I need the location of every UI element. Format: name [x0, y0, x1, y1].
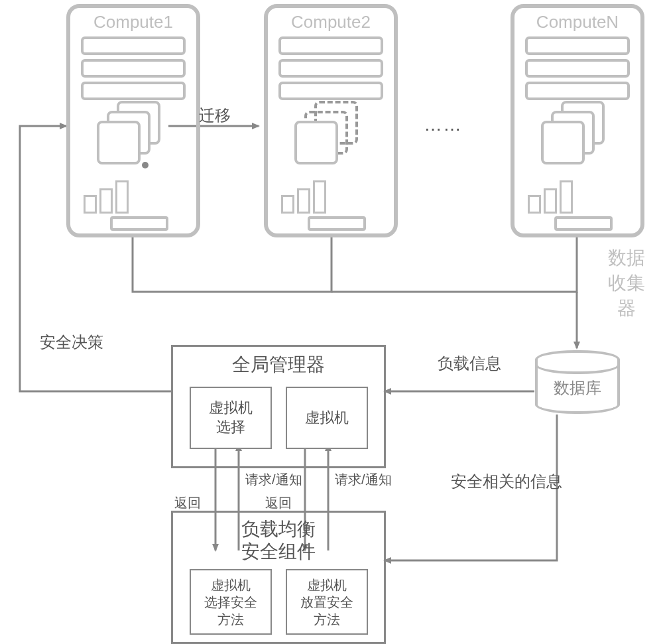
db-top: [535, 350, 620, 374]
drive-bay: [81, 59, 186, 78]
drive-bay: [525, 82, 630, 100]
drive-bay: [81, 82, 186, 100]
global-manager: 全局管理器 虚拟机 选择 虚拟机: [171, 345, 386, 468]
text: 负载均衡: [173, 518, 384, 541]
text: 方法: [314, 611, 340, 628]
text: 选择安全: [204, 594, 257, 611]
vm-select-security-method: 虚拟机 选择安全 方法: [190, 569, 272, 635]
drive-bay: [525, 36, 630, 55]
collector-tray: [308, 216, 366, 231]
drive-bay: [81, 36, 186, 55]
drive-bay: [525, 59, 630, 78]
usage-bars: [84, 180, 129, 214]
collector-tray: [110, 216, 168, 231]
server-title: Compute2: [268, 12, 394, 32]
usage-bars: [528, 180, 573, 214]
drive-bay: [278, 36, 383, 55]
text: 虚拟机: [307, 576, 347, 594]
text: 安全组件: [173, 541, 384, 563]
drive-bay: [278, 59, 383, 78]
server-compute1: Compute1: [66, 4, 200, 237]
status-dot: [142, 162, 149, 168]
text: 放置安全: [300, 594, 353, 611]
label-return-1: 返回: [174, 494, 201, 512]
label-security-decision: 安全决策: [40, 332, 103, 353]
usage-bars: [281, 180, 326, 214]
text: 收集器: [600, 271, 653, 321]
global-manager-title: 全局管理器: [173, 352, 384, 377]
text: 虚拟机: [209, 399, 253, 418]
server-title: ComputeN: [514, 12, 640, 32]
text: 方法: [217, 611, 244, 628]
server-compute2: Compute2: [264, 4, 398, 237]
vm-card: [97, 121, 141, 164]
label-security-related-info: 安全相关的信息: [451, 471, 562, 492]
label-migrate: 迁移: [199, 105, 231, 126]
text: 选择: [216, 418, 245, 437]
vm-select-box: 虚拟机 选择: [190, 387, 272, 449]
label-return-2: 返回: [265, 494, 292, 512]
server-title: Compute1: [70, 12, 196, 32]
ellipsis: ⋯⋯: [424, 119, 463, 140]
vm-place-box: 虚拟机: [286, 387, 368, 449]
text: 数据: [600, 245, 653, 271]
lb-title: 负载均衡 安全组件: [173, 518, 384, 562]
vm-card: [541, 121, 585, 164]
lb-security-component: 负载均衡 安全组件 虚拟机 选择安全 方法 虚拟机 放置安全 方法: [171, 511, 386, 644]
text: 虚拟机: [305, 409, 349, 428]
vm-card: [294, 121, 338, 164]
vm-place-security-method: 虚拟机 放置安全 方法: [286, 569, 368, 635]
db-label: 数据库: [554, 377, 601, 399]
server-computeN: ComputeN: [511, 4, 644, 237]
label-data-collector: 数据 收集器: [600, 245, 653, 321]
collector-tray: [554, 216, 613, 231]
label-load-info: 负载信息: [438, 353, 501, 374]
database: 数据库: [535, 350, 620, 414]
drive-bay: [278, 82, 383, 100]
text: 虚拟机: [211, 576, 251, 594]
label-req-notify-2: 请求/通知: [335, 471, 392, 489]
label-req-notify-1: 请求/通知: [245, 471, 302, 489]
